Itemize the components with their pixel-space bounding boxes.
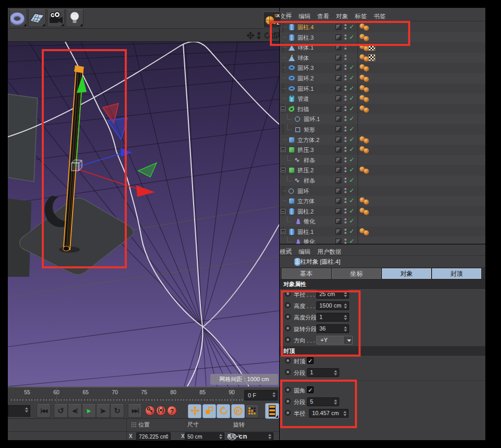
layer-swatch[interactable] [336, 44, 341, 50]
material-tag-icon[interactable] [364, 210, 369, 215]
collapse-icon[interactable]: – [281, 209, 285, 214]
material-tag-icon[interactable] [364, 199, 369, 205]
spinner-icon[interactable] [268, 434, 272, 439]
animation-radio-icon[interactable] [285, 314, 291, 320]
zoom-view-icon[interactable] [255, 32, 263, 39]
object-row-矩形[interactable]: 矩形✓ [280, 124, 485, 135]
editor-visibility-dot[interactable] [344, 167, 347, 169]
spinner-icon[interactable] [219, 434, 223, 439]
render-visibility-dot[interactable] [344, 211, 347, 214]
render-visibility-dot[interactable] [344, 48, 347, 50]
object-label[interactable]: 球体.1 [297, 44, 314, 52]
collapse-icon[interactable]: – [281, 168, 285, 172]
coord-input-0[interactable]: 726.225 cm [136, 432, 171, 441]
enabled-check-icon[interactable]: ✓ [349, 74, 354, 81]
object-row-锥化[interactable]: 锥化✓ [280, 237, 485, 244]
editor-visibility-dot[interactable] [344, 229, 347, 231]
material-tag-icon[interactable] [364, 66, 369, 72]
render-visibility-dot[interactable] [344, 109, 347, 111]
render-marker-button[interactable] [265, 403, 279, 419]
editor-visibility-dot[interactable] [344, 178, 347, 180]
record-help-button[interactable]: ? [167, 406, 177, 416]
material-tag-icon[interactable] [364, 97, 369, 102]
keyframe-point-level-button[interactable] [245, 404, 259, 418]
layer-swatch[interactable] [336, 239, 341, 244]
object-row-圆环.1[interactable]: 圆环.1✓ [280, 84, 485, 94]
object-label[interactable]: 圆柱.4 [297, 23, 314, 31]
object-row-样条[interactable]: ∿样条✓ [280, 155, 485, 166]
y-plane-handle[interactable] [138, 163, 157, 177]
object-row-球体.1[interactable]: 球体.1 [280, 42, 485, 53]
om-menu-书签[interactable]: 书签 [374, 13, 386, 20]
layer-swatch[interactable] [336, 96, 341, 101]
enabled-check-icon[interactable]: ✓ [349, 33, 354, 41]
render-visibility-dot[interactable] [344, 38, 347, 40]
spinner-icon[interactable] [165, 434, 169, 439]
input-高度分段[interactable]: 1 [316, 313, 349, 322]
enabled-check-icon[interactable]: ✓ [349, 23, 354, 30]
layer-swatch[interactable] [336, 188, 341, 194]
object-label[interactable]: 圆环.1 [304, 115, 320, 123]
render-visibility-dot[interactable] [344, 129, 347, 132]
animation-radio-icon[interactable] [285, 337, 291, 343]
render-visibility-dot[interactable] [344, 68, 347, 70]
enabled-check-icon[interactable]: ✓ [349, 228, 354, 235]
checkbox-圆角[interactable]: ✓ [307, 386, 314, 393]
editor-visibility-dot[interactable] [344, 96, 347, 98]
editor-visibility-dot[interactable] [344, 239, 347, 241]
layer-swatch[interactable] [336, 126, 341, 132]
object-label[interactable]: 矩形 [304, 126, 315, 134]
texture-tag-icon[interactable] [368, 44, 375, 51]
editor-visibility-dot[interactable] [344, 218, 347, 220]
spinner-icon[interactable] [272, 392, 276, 397]
tab-坐标[interactable]: 坐标 [332, 268, 381, 279]
animation-radio-icon[interactable] [285, 302, 291, 308]
om-menu-查看[interactable]: 查看 [317, 13, 329, 20]
layer-swatch[interactable] [336, 65, 341, 70]
spinner-icon[interactable] [334, 399, 338, 405]
object-label[interactable]: 圆柱.2 [297, 208, 314, 216]
editor-visibility-dot[interactable] [344, 55, 347, 57]
play-button[interactable]: ▶ [82, 404, 96, 418]
render-visibility-dot[interactable] [344, 78, 347, 80]
animation-radio-icon[interactable] [285, 358, 291, 363]
coord-input-1[interactable]: 50 cm [185, 432, 224, 441]
record-keyframes-button[interactable] [145, 406, 155, 416]
layer-swatch[interactable] [336, 75, 341, 81]
layer-swatch[interactable] [336, 167, 341, 173]
enabled-check-icon[interactable]: ✓ [349, 238, 354, 244]
enabled-check-icon[interactable]: ✓ [349, 136, 354, 143]
object-row-立方体.2[interactable]: 立方体.2✓ [280, 135, 485, 145]
toggle-view-icon[interactable] [272, 32, 279, 39]
editor-visibility-dot[interactable] [344, 157, 347, 159]
object-row-立方体[interactable]: 立方体✓ [280, 196, 485, 206]
object-label[interactable]: 立方体 [297, 197, 315, 205]
layer-swatch[interactable] [336, 34, 341, 40]
collapse-icon[interactable]: – [281, 107, 285, 111]
render-visibility-dot[interactable] [344, 140, 347, 142]
layer-swatch[interactable] [336, 229, 341, 234]
spinner-icon[interactable] [344, 292, 348, 297]
torus-tool-button[interactable] [9, 9, 27, 27]
render-visibility-dot[interactable] [344, 99, 347, 101]
enabled-check-icon[interactable]: ✓ [349, 156, 354, 163]
enabled-check-icon[interactable]: ✓ [349, 207, 354, 215]
editor-visibility-dot[interactable] [344, 208, 347, 210]
object-row-管道[interactable]: 管道✓ [280, 93, 485, 104]
enabled-check-icon[interactable]: ✓ [349, 217, 354, 225]
enabled-check-icon[interactable]: ✓ [349, 115, 354, 122]
panel-grip-icon[interactable] [131, 422, 137, 428]
dropdown-方向 . . .[interactable]: +Y [316, 336, 353, 345]
tab-封顶[interactable]: 封顶 [432, 268, 481, 279]
viewport-3d[interactable]: 网格间距 : 1000 cm [8, 42, 279, 386]
checkbox-封顶[interactable]: ✓ [307, 357, 314, 364]
render-visibility-dot[interactable] [344, 160, 347, 162]
layer-swatch[interactable] [336, 137, 341, 143]
input-分段[interactable]: 5 [307, 397, 339, 406]
animation-radio-icon[interactable] [285, 369, 291, 375]
texture-tag-icon[interactable] [368, 54, 375, 61]
collapse-icon[interactable]: – [281, 229, 285, 234]
material-tag-icon[interactable] [364, 169, 369, 174]
render-visibility-dot[interactable] [344, 201, 347, 203]
z-axis-line[interactable] [76, 152, 125, 167]
